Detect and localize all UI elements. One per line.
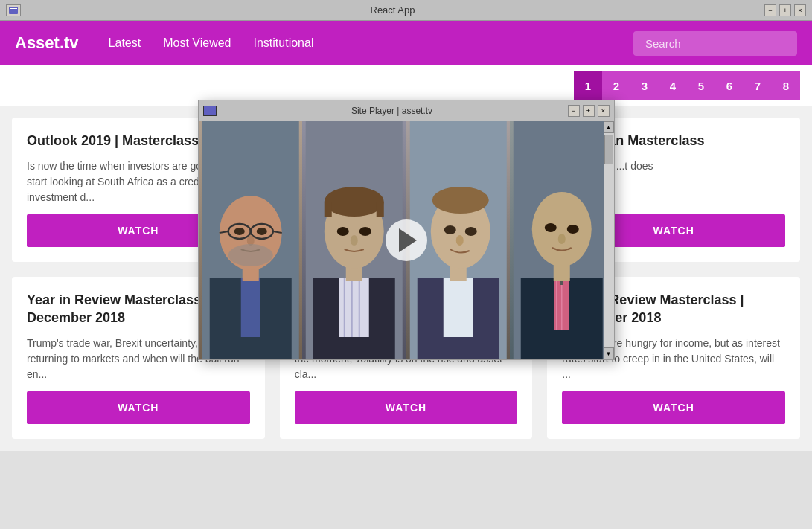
search-input[interactable] (633, 31, 797, 56)
window-chrome: React App − + × (0, 0, 812, 21)
overlay-close-button[interactable]: × (598, 105, 610, 117)
page-button-3[interactable]: 3 (630, 71, 659, 100)
svg-rect-25 (325, 202, 332, 217)
svg-point-36 (444, 225, 455, 234)
svg-point-28 (359, 227, 371, 236)
svg-point-35 (432, 187, 488, 214)
page-button-4[interactable]: 4 (659, 71, 687, 100)
site-logo[interactable]: Asset.tv (15, 33, 79, 53)
minimize-button[interactable]: − (764, 4, 776, 16)
window-title: React App (21, 4, 764, 16)
overlay-window-icon (203, 106, 217, 116)
svg-point-50 (558, 234, 566, 244)
nav-institutional[interactable]: Institutional (254, 36, 314, 50)
svg-point-13 (256, 228, 266, 235)
svg-rect-4 (240, 278, 260, 337)
play-icon (399, 228, 417, 252)
page-button-1[interactable]: 1 (574, 71, 602, 100)
scroll-thumb[interactable] (604, 135, 613, 164)
play-button[interactable] (386, 219, 427, 261)
video-player[interactable]: ▲ ▼ (199, 121, 614, 359)
scroll-down-button[interactable]: ▼ (604, 347, 614, 359)
card-5-watch-button[interactable]: WATCH (295, 391, 518, 424)
window-icon (6, 4, 21, 16)
svg-rect-26 (377, 202, 384, 217)
svg-rect-1 (10, 8, 17, 9)
svg-rect-0 (9, 7, 18, 14)
svg-point-15 (228, 244, 272, 266)
svg-point-47 (532, 192, 592, 266)
nav-most-viewed[interactable]: Most Viewed (163, 36, 231, 50)
overlay-title: Site Player | asset.tv (223, 106, 562, 116)
window-controls: − + × (764, 4, 806, 16)
svg-point-37 (464, 227, 476, 236)
svg-point-27 (337, 227, 349, 236)
svg-point-29 (351, 235, 358, 246)
page-button-5[interactable]: 5 (687, 71, 715, 100)
video-scrollbar[interactable]: ▲ ▼ (604, 121, 614, 359)
card-4-watch-button[interactable]: WATCH (27, 391, 250, 424)
svg-point-48 (545, 223, 557, 232)
close-button[interactable]: × (794, 4, 806, 16)
overlay-maximize-button[interactable]: + (583, 105, 595, 117)
page-button-8[interactable]: 8 (772, 71, 800, 100)
svg-point-38 (455, 235, 463, 246)
face-slot-4 (510, 121, 614, 359)
svg-point-49 (567, 225, 579, 234)
nav-latest[interactable]: Latest (109, 36, 141, 50)
overlay-chrome: Site Player | asset.tv − + × (199, 100, 614, 121)
overlay-buttons: − + × (568, 105, 610, 117)
svg-rect-32 (443, 278, 473, 337)
face-slot-1 (199, 121, 303, 359)
page-button-2[interactable]: 2 (602, 71, 630, 100)
page-button-6[interactable]: 6 (715, 71, 744, 100)
card-6-watch-button[interactable]: WATCH (562, 391, 785, 424)
overlay-minimize-button[interactable]: − (568, 105, 580, 117)
video-overlay: Site Player | asset.tv − + × (198, 100, 615, 360)
page-button-7[interactable]: 7 (744, 71, 772, 100)
main-content: Outlook 2019 | Masterclass Part 2 Is now… (0, 106, 812, 451)
navbar: Asset.tv Latest Most Viewed Institutiona… (0, 21, 812, 65)
svg-point-14 (246, 235, 254, 246)
maximize-button[interactable]: + (779, 4, 791, 16)
svg-point-12 (234, 228, 244, 235)
scroll-up-button[interactable]: ▲ (604, 121, 614, 133)
svg-point-24 (325, 187, 384, 217)
